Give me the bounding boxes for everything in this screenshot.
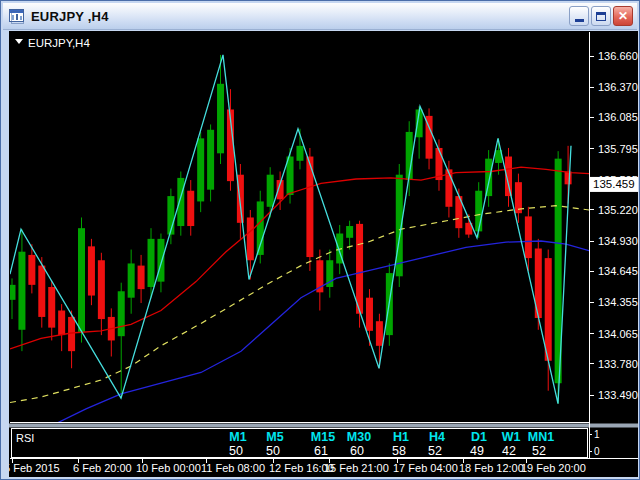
- mt4-chart-window: EURJPY ,H4 ✕ 136.660136.370136.085135.79…: [0, 0, 640, 480]
- candle-bullish: [148, 239, 155, 287]
- candle-bullish: [485, 159, 492, 196]
- time-tick-label: 15 Feb 21:00: [324, 462, 389, 474]
- candle-bullish: [296, 146, 303, 161]
- candle-bearish: [48, 287, 55, 328]
- candle-bearish: [38, 266, 45, 317]
- candle-bearish: [28, 255, 35, 285]
- candle-bearish: [247, 217, 254, 260]
- candle-bearish: [98, 260, 105, 319]
- time-axis: 5 Feb 20156 Feb 20:0010 Feb 00:0011 Feb …: [9, 459, 586, 474]
- price-tick-label: 134.065: [598, 328, 638, 340]
- candle-bearish: [376, 321, 383, 346]
- rsi-scale-bottom-label: 0: [594, 446, 600, 457]
- candle-bearish: [356, 224, 363, 314]
- title-bar[interactable]: EURJPY ,H4 ✕: [3, 3, 637, 30]
- candle-bearish: [545, 258, 552, 361]
- price-tick-label: 133.490: [598, 389, 638, 401]
- timeframe-value: 60: [350, 444, 364, 458]
- candle-bullish: [118, 291, 125, 336]
- time-tick-label: 17 Feb 04:00: [393, 462, 458, 474]
- timeframe-label: D1: [471, 430, 487, 444]
- candle-bearish: [138, 266, 145, 290]
- timeframe-label: W1: [502, 430, 521, 444]
- maximize-icon: [596, 12, 606, 21]
- candle-bearish: [58, 311, 65, 336]
- candle-bullish: [177, 178, 184, 226]
- minimize-button[interactable]: [569, 6, 589, 26]
- current-price-label: 135.459: [593, 178, 635, 190]
- timeframe-label: MN1: [528, 430, 554, 444]
- price-tick-label: 136.085: [598, 111, 638, 123]
- time-tick-label: 6 Feb 20:00: [73, 462, 132, 474]
- candle-bullish: [475, 191, 482, 232]
- panel-splitter[interactable]: [9, 424, 638, 428]
- candle-bearish: [88, 246, 95, 295]
- chart-area[interactable]: 136.660136.370136.085135.795135.505135.2…: [9, 31, 638, 477]
- candle-bearish: [565, 171, 572, 184]
- time-tick-label: 10 Feb 00:00: [136, 462, 201, 474]
- time-tick-label: 11 Feb 08:00: [201, 462, 265, 474]
- candle-bullish: [157, 239, 164, 282]
- chart-window-icon: [9, 9, 26, 24]
- candle-bullish: [18, 252, 25, 330]
- candle-bullish: [128, 263, 135, 297]
- candle-bearish: [525, 216, 532, 258]
- window-title: EURJPY ,H4: [31, 9, 109, 24]
- candle-bearish: [68, 317, 75, 351]
- timeframe-label: M15: [311, 430, 335, 444]
- timeframe-label: M1: [229, 430, 246, 444]
- candle-bullish: [197, 138, 204, 201]
- timeframe-value: 42: [502, 444, 516, 458]
- candle-bearish: [187, 191, 194, 226]
- time-tick-label: 18 Feb 12:00: [459, 462, 524, 474]
- symbol-timeframe-label: EURJPY,H4: [28, 37, 90, 49]
- minimize-icon: [575, 19, 584, 22]
- price-tick-label: 136.660: [598, 50, 638, 62]
- price-tick-label: 134.355: [598, 296, 638, 308]
- timeframe-value: 52: [428, 444, 442, 458]
- candle-bullish: [78, 228, 85, 332]
- timeframe-label: H4: [429, 430, 445, 444]
- candle-bullish: [346, 226, 353, 238]
- timeframe-value: 58: [392, 444, 406, 458]
- timeframe-label: H1: [393, 430, 409, 444]
- timeframe-label: M30: [347, 430, 371, 444]
- time-tick-label: 19 Feb 20:00: [521, 462, 586, 474]
- time-tick-label: 5 Feb 2015: [9, 462, 60, 474]
- rsi-scale-top-label: 1: [594, 429, 600, 440]
- timeframe-label: M5: [266, 430, 283, 444]
- window-controls: ✕: [567, 6, 633, 26]
- price-tick-label: 135.220: [598, 204, 638, 216]
- candle-bearish: [366, 298, 373, 331]
- close-button[interactable]: ✕: [613, 6, 633, 26]
- price-tick-label: 133.780: [598, 358, 638, 370]
- maximize-button[interactable]: [591, 6, 611, 26]
- candle-bullish: [267, 175, 274, 207]
- close-icon: ✕: [618, 10, 628, 22]
- rsi-panel: RSIM150M550M1561M3060H158H452D149W142MN1…: [12, 429, 601, 459]
- price-tick-label: 134.930: [598, 235, 638, 247]
- timeframe-value: 50: [229, 444, 243, 458]
- rsi-indicator-label: RSI: [16, 432, 34, 444]
- price-tick-label: 136.370: [598, 81, 638, 93]
- timeframe-value: 49: [470, 444, 484, 458]
- timeframe-value: 50: [266, 444, 280, 458]
- price-tick-label: 134.645: [598, 265, 638, 277]
- timeframe-value: 52: [532, 444, 546, 458]
- candle-bullish: [217, 84, 224, 154]
- price-tick-label: 135.795: [598, 143, 638, 155]
- timeframe-value: 61: [314, 444, 328, 458]
- chart-background[interactable]: [9, 31, 638, 477]
- price-chart[interactable]: 136.660136.370136.085135.795135.505135.2…: [9, 31, 638, 477]
- candle-bullish: [207, 130, 214, 190]
